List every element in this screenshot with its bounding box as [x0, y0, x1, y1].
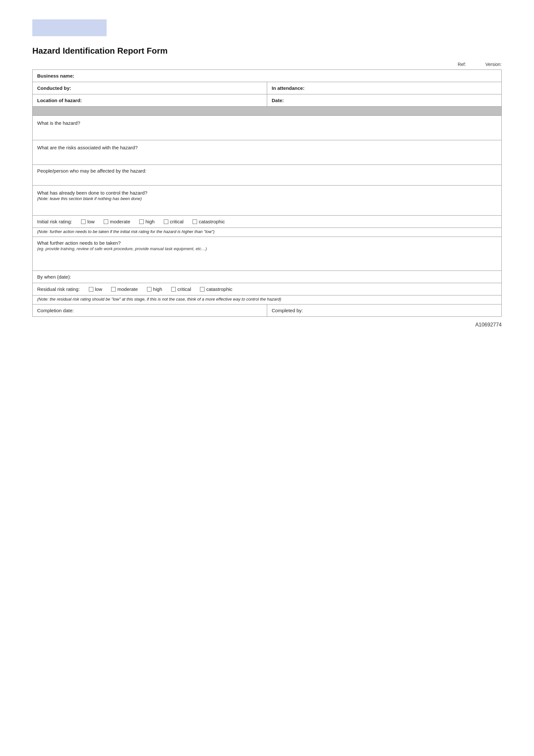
- conducted-by-label: Conducted by:: [37, 85, 71, 91]
- residual-risk-critical[interactable]: critical: [171, 286, 191, 292]
- risks-question-row: What are the risks associated with the h…: [33, 140, 502, 165]
- in-attendance-cell: In attendance:: [267, 82, 502, 94]
- catastrophic-label-residual: catastrophic: [206, 286, 232, 292]
- grey-divider-row: [33, 107, 502, 116]
- moderate-label-initial: moderate: [110, 219, 130, 224]
- completion-date-cell: Completion date:: [33, 305, 267, 317]
- residual-note-cell: (Note: the residual risk rating should b…: [33, 295, 502, 305]
- critical-label-initial: critical: [170, 219, 184, 224]
- date-label: Date:: [272, 97, 284, 103]
- residual-risk-moderate[interactable]: moderate: [111, 286, 138, 292]
- initial-risk-critical[interactable]: critical: [164, 219, 184, 224]
- critical-label-residual: critical: [177, 286, 191, 292]
- completion-row: Completion date: Completed by:: [33, 305, 502, 317]
- by-when-cell: By when (date):: [33, 271, 502, 283]
- hazard-question-row: What is the hazard?: [33, 116, 502, 140]
- hazard-question-cell: What is the hazard?: [33, 116, 502, 140]
- business-name-label: Business name:: [37, 73, 74, 79]
- residual-risk-label: Residual risk rating:: [37, 286, 80, 292]
- initial-risk-cell: Initial risk rating: low moderate high c…: [33, 216, 502, 228]
- conducted-by-cell: Conducted by:: [33, 82, 267, 94]
- location-date-row: Location of hazard: Date:: [33, 94, 502, 107]
- initial-risk-low[interactable]: low: [81, 219, 95, 224]
- residual-note-text: (Note: the residual risk rating should b…: [37, 297, 281, 302]
- main-form-table: Business name: Conducted by: In attendan…: [32, 69, 502, 317]
- initial-risk-moderate[interactable]: moderate: [104, 219, 130, 224]
- by-when-row: By when (date):: [33, 271, 502, 283]
- further-action-subtitle: (eg. provide training, review of safe wo…: [37, 246, 497, 251]
- control-done-cell: What has already been done to control th…: [33, 185, 502, 216]
- risks-question-cell: What are the risks associated with the h…: [33, 140, 502, 165]
- residual-risk-high[interactable]: high: [147, 286, 162, 292]
- residual-risk-catastrophic[interactable]: catastrophic: [200, 286, 232, 292]
- in-attendance-label: In attendance:: [272, 85, 305, 91]
- further-action-row: What further action needs to be taken? (…: [33, 237, 502, 271]
- further-action-main: What further action needs to be taken?: [37, 240, 497, 246]
- completed-by-cell: Completed by:: [267, 305, 502, 317]
- initial-note-cell: (Note: further action needs to be taken …: [33, 228, 502, 237]
- grey-cell: [33, 107, 502, 116]
- moderate-label-residual: moderate: [117, 286, 138, 292]
- checkbox-low-residual[interactable]: [89, 287, 93, 291]
- ref-label: Ref:: [458, 62, 466, 67]
- catastrophic-label-initial: catastrophic: [199, 219, 225, 224]
- initial-risk-options: Initial risk rating: low moderate high c…: [37, 219, 497, 224]
- checkbox-catastrophic-residual[interactable]: [200, 287, 205, 291]
- checkbox-catastrophic-initial[interactable]: [192, 220, 197, 224]
- further-action-cell: What further action needs to be taken? (…: [33, 237, 502, 271]
- business-name-row: Business name:: [33, 70, 502, 82]
- people-affected-row: People/person who may be affected by the…: [33, 165, 502, 185]
- checkbox-critical-residual[interactable]: [171, 287, 176, 291]
- people-affected-cell: People/person who may be affected by the…: [33, 165, 502, 185]
- people-affected-text: People/person who may be affected by the…: [37, 168, 146, 174]
- residual-risk-options: Residual risk rating: low moderate high …: [37, 286, 497, 292]
- location-label: Location of hazard:: [37, 97, 82, 103]
- low-label-residual: low: [95, 286, 102, 292]
- completion-date-label: Completion date:: [37, 308, 74, 313]
- version-label: Version:: [485, 62, 502, 67]
- high-label-residual: high: [153, 286, 162, 292]
- hazard-question-text: What is the hazard?: [37, 120, 80, 126]
- control-done-note: (Note: leave this section blank if nothi…: [37, 196, 497, 201]
- high-label-initial: high: [145, 219, 154, 224]
- risks-question-text: What are the risks associated with the h…: [37, 145, 138, 150]
- location-cell: Location of hazard:: [33, 94, 267, 107]
- residual-risk-row: Residual risk rating: low moderate high …: [33, 283, 502, 295]
- checkbox-moderate-initial[interactable]: [104, 220, 108, 224]
- initial-risk-high[interactable]: high: [139, 219, 154, 224]
- checkbox-moderate-residual[interactable]: [111, 287, 116, 291]
- doc-id: A10692774: [32, 322, 502, 328]
- initial-risk-label: Initial risk rating:: [37, 219, 72, 224]
- logo-placeholder: [32, 19, 107, 36]
- residual-note-row: (Note: the residual risk rating should b…: [33, 295, 502, 305]
- initial-risk-row: Initial risk rating: low moderate high c…: [33, 216, 502, 228]
- initial-risk-catastrophic[interactable]: catastrophic: [192, 219, 225, 224]
- residual-risk-cell: Residual risk rating: low moderate high …: [33, 283, 502, 295]
- initial-note-text: (Note: further action needs to be taken …: [37, 229, 215, 234]
- checkbox-low-initial[interactable]: [81, 220, 86, 224]
- date-cell: Date:: [267, 94, 502, 107]
- control-done-main: What has already been done to control th…: [37, 190, 497, 196]
- page-title: Hazard Identification Report Form: [32, 46, 502, 56]
- conducted-attendance-row: Conducted by: In attendance:: [33, 82, 502, 94]
- control-done-row: What has already been done to control th…: [33, 185, 502, 216]
- by-when-label: By when (date):: [37, 274, 71, 280]
- completed-by-label: Completed by:: [272, 308, 303, 313]
- business-name-cell: Business name:: [33, 70, 502, 82]
- initial-note-row: (Note: further action needs to be taken …: [33, 228, 502, 237]
- checkbox-critical-initial[interactable]: [164, 220, 168, 224]
- checkbox-high-residual[interactable]: [147, 287, 151, 291]
- low-label-initial: low: [87, 219, 95, 224]
- ref-version-row: Ref: Version:: [32, 62, 502, 67]
- checkbox-high-initial[interactable]: [139, 220, 144, 224]
- residual-risk-low[interactable]: low: [89, 286, 102, 292]
